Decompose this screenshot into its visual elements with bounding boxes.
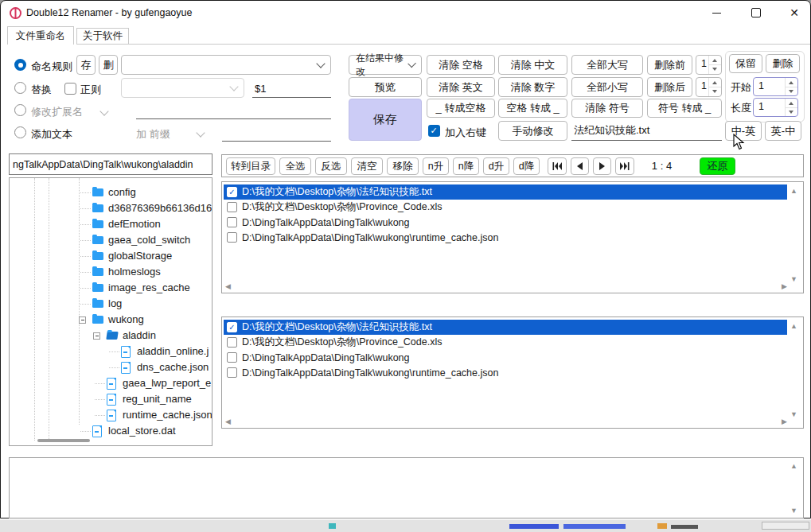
- tab-file-rename[interactable]: 文件重命名: [7, 26, 74, 45]
- file-row[interactable]: ✓D:\我的文档\Desktop\杂物\法纪知识技能.txt: [224, 184, 787, 200]
- lowercase-button[interactable]: 全部小写: [571, 77, 643, 97]
- tree-item[interactable]: globalStorage: [10, 248, 212, 264]
- rule-delete-button[interactable]: 删: [99, 55, 118, 75]
- next-page-button[interactable]: [593, 157, 611, 175]
- delete-after-button[interactable]: 删除后: [647, 77, 692, 97]
- scroll-up-icon[interactable]: ▲: [790, 463, 797, 470]
- tree-item-label[interactable]: aladdin: [123, 329, 156, 341]
- clear-space-button[interactable]: 清除 空格: [427, 55, 495, 75]
- spin-down-icon[interactable]: [786, 87, 797, 96]
- tree-item[interactable]: defEmotion: [10, 216, 212, 232]
- file-row[interactable]: D:\我的文档\Desktop\杂物\Province_Code.xls: [224, 200, 787, 215]
- manual-edit-button[interactable]: 手动修改: [498, 121, 567, 141]
- chevron-down-icon[interactable]: [99, 107, 108, 115]
- tree-item[interactable]: d36876369b66136d16: [10, 200, 212, 216]
- tree-horizontal-scrollbar[interactable]: [37, 439, 90, 442]
- goto-directory-button[interactable]: 转到目录: [226, 157, 275, 175]
- tree-item-label[interactable]: config: [108, 186, 136, 198]
- tree-item[interactable]: runtime_cache.json: [10, 407, 212, 423]
- tree-collapse-icon[interactable]: [93, 332, 100, 340]
- file-row-checkbox[interactable]: [227, 367, 237, 378]
- file-row[interactable]: D:\DingTalkAppData\DingTalk\wukong\runti…: [224, 365, 787, 380]
- scroll-down-icon[interactable]: ▼: [790, 411, 797, 418]
- maximize-button[interactable]: [744, 1, 768, 25]
- spin-down-icon[interactable]: [709, 64, 721, 74]
- add-text-field[interactable]: [222, 122, 331, 142]
- tree-item-label[interactable]: globalStorage: [108, 250, 172, 262]
- last-page-button[interactable]: [615, 157, 634, 175]
- scroll-down-icon[interactable]: ▼: [790, 276, 797, 283]
- tree-item[interactable]: dns_cache.json: [10, 359, 212, 375]
- date-desc-button[interactable]: d降: [513, 157, 540, 175]
- preview-button[interactable]: 预览: [349, 77, 422, 97]
- clear-symbols-button[interactable]: 清除 符号: [571, 99, 643, 118]
- tree-item-label[interactable]: holmeslogs: [108, 266, 161, 278]
- name-desc-button[interactable]: n降: [453, 157, 479, 175]
- file-row-checkbox[interactable]: [227, 202, 237, 212]
- file-row-checkbox[interactable]: ✓: [227, 187, 237, 197]
- scroll-left-icon[interactable]: ◀: [225, 283, 231, 290]
- directory-path-input[interactable]: ngTalkAppData\DingTalk\wukong\aladdin: [9, 153, 212, 175]
- tree-item-label[interactable]: aladdin_online.j: [137, 345, 209, 357]
- invert-selection-button[interactable]: 反选: [315, 157, 347, 175]
- file-row-checkbox[interactable]: [227, 337, 237, 348]
- tab-about[interactable]: 关于软件: [76, 28, 129, 45]
- date-asc-button[interactable]: d升: [483, 157, 509, 175]
- add-text-mode[interactable]: 加 前缀: [136, 127, 170, 142]
- close-button[interactable]: ✕: [782, 1, 806, 25]
- rule-save-button[interactable]: 存: [76, 55, 96, 75]
- save-button[interactable]: 保存: [349, 99, 422, 141]
- delete-after-stepper[interactable]: 1: [696, 77, 722, 97]
- tree-item[interactable]: aladdin: [10, 328, 212, 344]
- spin-up-icon[interactable]: [709, 56, 721, 64]
- replace-with-field[interactable]: $1: [252, 78, 331, 98]
- scroll-up-icon[interactable]: ▲: [790, 323, 797, 330]
- radio-add-text[interactable]: [14, 126, 26, 138]
- radio-naming-rule[interactable]: [14, 59, 26, 71]
- tree-item-label[interactable]: dns_cache.json: [137, 361, 209, 373]
- file-row[interactable]: D:\DingTalkAppData\DingTalk\wukong: [224, 215, 787, 230]
- tree-item-label[interactable]: runtime_cache.json: [123, 409, 212, 421]
- tree-item-label[interactable]: local_store.dat: [108, 425, 176, 437]
- tree-item-label[interactable]: reg_unit_name: [123, 393, 192, 405]
- file-row-checkbox[interactable]: ✓: [227, 322, 237, 332]
- chevron-down-icon[interactable]: [196, 128, 205, 137]
- tree-item-label[interactable]: image_res_cache: [108, 282, 190, 293]
- radio-change-ext[interactable]: [14, 104, 26, 116]
- tree-item-label[interactable]: gaea_lwp_report_e: [123, 377, 211, 389]
- scroll-right-icon[interactable]: ▶: [782, 418, 787, 425]
- delete-before-button[interactable]: 删除前: [647, 55, 692, 75]
- file-row-checkbox[interactable]: [227, 352, 237, 363]
- tree-item[interactable]: holmeslogs: [10, 264, 212, 280]
- radio-replace[interactable]: [14, 82, 26, 94]
- scroll-up-icon[interactable]: ▲: [790, 188, 797, 195]
- spin-up-icon[interactable]: [786, 99, 797, 107]
- scroll-right-icon[interactable]: ▶: [782, 283, 787, 290]
- spin-down-icon[interactable]: [786, 107, 797, 117]
- tree-collapse-icon[interactable]: [79, 316, 86, 324]
- space-to-underscore-button[interactable]: 空格 转成 _: [498, 99, 567, 118]
- delete-before-stepper[interactable]: 1: [696, 55, 722, 75]
- file-row[interactable]: ✓D:\我的文档\Desktop\杂物\法纪知识技能.txt: [224, 320, 787, 335]
- tree-item[interactable]: gaea_lwp_report_e: [10, 375, 212, 391]
- symbol-to-underscore-button[interactable]: 符号 转成 _: [647, 99, 722, 118]
- scroll-left-icon[interactable]: ◀: [225, 418, 231, 425]
- filename-field[interactable]: 法纪知识技能.txt: [571, 121, 722, 141]
- clear-chinese-button[interactable]: 清除 中文: [498, 55, 567, 75]
- tree-item[interactable]: aladdin_online.j: [10, 344, 212, 359]
- underscore-to-space-button[interactable]: _ 转成空格: [427, 99, 495, 118]
- first-page-button[interactable]: [548, 157, 567, 175]
- tree-item-label[interactable]: log: [108, 297, 122, 309]
- uppercase-button[interactable]: 全部大写: [571, 55, 643, 75]
- remove-item-button[interactable]: 移除: [387, 157, 419, 175]
- regex-checkbox[interactable]: [64, 83, 76, 95]
- tree-item[interactable]: log: [10, 296, 212, 312]
- keep-button[interactable]: 保留: [729, 54, 762, 73]
- folder-tree[interactable]: configd36876369b66136d16defEmotiongaea_c…: [9, 177, 212, 446]
- clear-english-button[interactable]: 清除 英文: [427, 77, 495, 97]
- tree-item[interactable]: image_res_cache: [10, 280, 212, 296]
- replace-find-combobox[interactable]: [121, 78, 244, 98]
- clear-digits-button[interactable]: 清除 数字: [498, 77, 567, 97]
- en-to-zh-button[interactable]: 英-中: [765, 121, 801, 141]
- file-row[interactable]: D:\DingTalkAppData\DingTalk\wukong\runti…: [224, 230, 787, 245]
